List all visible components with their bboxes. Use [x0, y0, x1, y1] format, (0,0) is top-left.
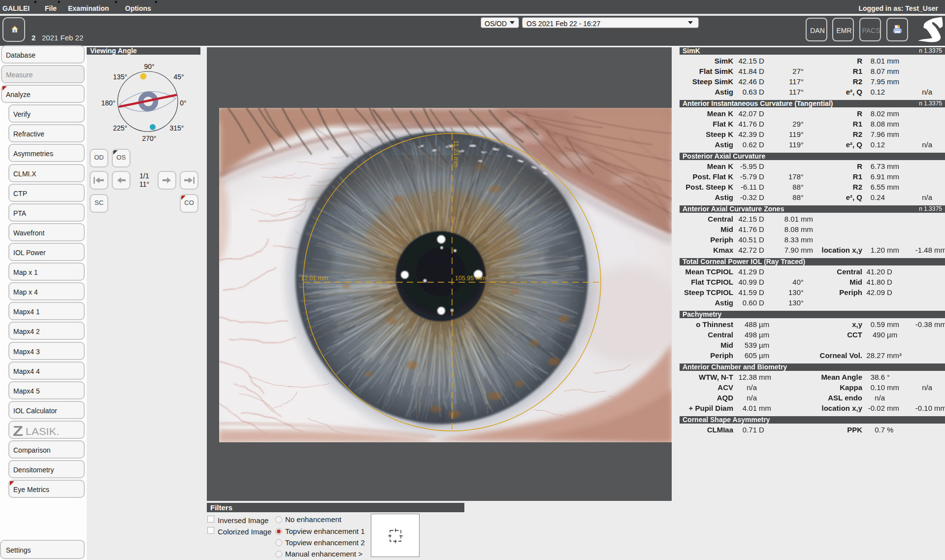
svg-text:11.23 mm: 11.23 mm	[453, 140, 459, 167]
svg-text:12.01 mm: 12.01 mm	[301, 275, 328, 282]
svg-text:105.95 mm²: 105.95 mm²	[455, 275, 488, 282]
